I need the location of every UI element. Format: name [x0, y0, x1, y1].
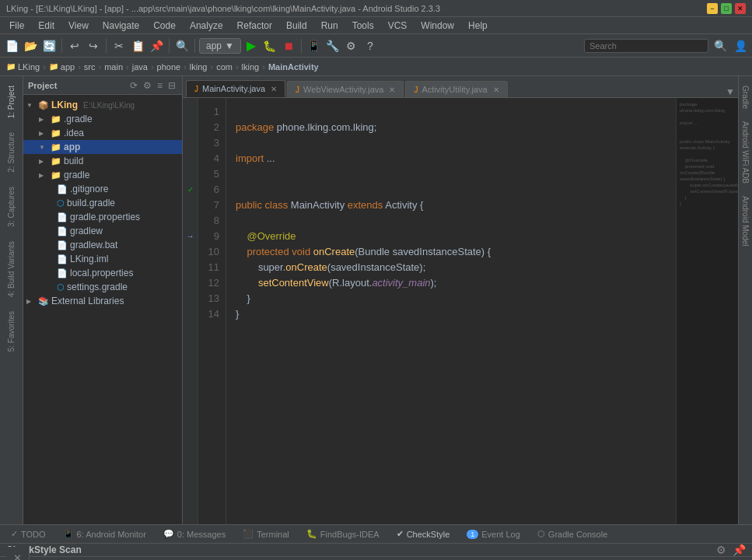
undo-button[interactable]: ↩ — [66, 37, 83, 54]
code-content[interactable]: package phone.lking.com.lking; import ..… — [226, 98, 676, 524]
tree-item-local-props[interactable]: ▶ 📄 local.properties — [23, 266, 182, 280]
project-gear-icon[interactable]: ⚙ — [142, 79, 153, 93]
bc-java[interactable]: java — [132, 62, 148, 72]
search-input[interactable] — [584, 39, 708, 53]
tab-messages[interactable]: 💬 0: Messages — [156, 527, 233, 541]
bottom-settings-icon[interactable]: ⚙ — [716, 544, 726, 556]
tree-item-gradle-props[interactable]: ▶ 📄 gradle.properties — [23, 210, 182, 224]
debug-button[interactable]: 🐛 — [261, 37, 278, 54]
tree-item-build[interactable]: ▶ 📁 build — [23, 154, 182, 168]
menu-item-refactor[interactable]: Refactor — [231, 19, 278, 33]
tree-item-idea[interactable]: ▶ 📁 .idea — [23, 126, 182, 140]
tab-gradle-console[interactable]: ⬡ Gradle Console — [530, 527, 615, 541]
tree-item-build-gradle[interactable]: ▶ ⬡ build.gradle — [23, 196, 182, 210]
bc-app[interactable]: 📁 app — [49, 62, 75, 72]
run-config-selector[interactable]: app ▼ — [199, 38, 241, 54]
menu-item-navigate[interactable]: Navigate — [96, 19, 145, 33]
menu-item-help[interactable]: Help — [462, 19, 494, 33]
gutter-line-10 — [184, 244, 196, 260]
maximize-button[interactable]: □ — [721, 3, 732, 14]
bc-phone[interactable]: phone — [157, 62, 181, 72]
sidebar-item-structure[interactable]: 2: Structure — [4, 126, 19, 179]
tab-android-monitor[interactable]: 📱 6: Android Monitor — [55, 527, 154, 541]
tab-event-log[interactable]: 1 Event Log — [459, 527, 528, 541]
gutter-line-2 — [184, 120, 196, 135]
menu-item-run[interactable]: Run — [315, 19, 345, 33]
right-tab-gradle[interactable]: Gradle — [739, 79, 752, 115]
tab-terminal[interactable]: ⬛ Terminal — [235, 527, 297, 541]
tree-label: .idea — [64, 128, 84, 138]
menu-item-code[interactable]: Code — [147, 19, 182, 33]
tab-close-2[interactable]: ✕ — [389, 86, 395, 94]
tree-item-gradle-dir[interactable]: ▶ 📁 .gradle — [23, 112, 182, 126]
new-file-button[interactable]: 📄 — [3, 37, 20, 54]
tab-findbugs[interactable]: 🐛 FindBugs-IDEA — [299, 527, 387, 541]
sdk-button[interactable]: 🔧 — [324, 37, 341, 54]
bc-main[interactable]: main — [104, 62, 123, 72]
tree-item-lking-iml[interactable]: ▶ 📄 LKing.iml — [23, 252, 182, 266]
bc-lking3[interactable]: lking — [242, 62, 260, 72]
bc-src[interactable]: src — [84, 62, 96, 72]
tree-item-root[interactable]: ▼ 📦 LKing E:\LKing\LKing — [23, 98, 182, 112]
sidebar-item-captures[interactable]: 3: Captures — [4, 180, 19, 233]
code-editor[interactable]: ✓ → 1 2 3 4 5 6 7 — [183, 98, 738, 524]
menu-item-analyze[interactable]: Analyze — [184, 19, 229, 33]
project-collapse-icon[interactable]: ⊟ — [166, 79, 177, 93]
run-button[interactable]: ▶ — [243, 37, 260, 54]
copy-button[interactable]: 📋 — [129, 37, 146, 54]
tab-close-3[interactable]: ✕ — [493, 86, 499, 94]
bc-lking[interactable]: 📁 LKing — [6, 62, 40, 72]
project-sync-icon[interactable]: ⟳ — [128, 79, 139, 93]
tab-close-1[interactable]: ✕ — [271, 85, 277, 93]
menu-item-edit[interactable]: Edit — [32, 19, 61, 33]
tab-list-icon[interactable]: ▼ — [726, 86, 735, 97]
tab-activityutility[interactable]: J ActivityUtility.java ✕ — [405, 81, 507, 97]
bc-mainactivity[interactable]: MainActivity — [268, 62, 319, 72]
right-tab-android-wifi[interactable]: Android WiFi ADB — [739, 115, 752, 190]
sync-button[interactable]: 🔄 — [40, 37, 58, 54]
tab-webviewactivity[interactable]: J WebViewActivity.java ✕ — [287, 81, 404, 97]
user-button[interactable]: 👤 — [732, 37, 749, 54]
bc-com[interactable]: com — [216, 62, 233, 72]
menu-item-vcs[interactable]: VCS — [382, 19, 414, 33]
menu-item-view[interactable]: View — [62, 19, 95, 33]
paste-button[interactable]: 📌 — [148, 37, 165, 54]
tree-item-settings-gradle[interactable]: ▶ ⬡ settings.gradle — [23, 280, 182, 294]
minimize-button[interactable]: − — [707, 3, 718, 14]
tree-item-app[interactable]: ▼ 📁 app — [23, 140, 182, 154]
settings-button[interactable]: ⚙ — [343, 37, 360, 54]
tree-item-gradlew[interactable]: ▶ 📄 gradlew — [23, 224, 182, 238]
close-button[interactable]: ✕ — [735, 3, 746, 14]
search-button[interactable]: 🔍 — [712, 37, 729, 54]
tree-item-gradle-folder[interactable]: ▶ 📁 gradle — [23, 168, 182, 182]
stop-button[interactable]: ⏹ — [280, 37, 297, 54]
tab-mainactivity[interactable]: J MainActivity.java ✕ — [186, 80, 285, 97]
tab-todo[interactable]: ✓ TODO — [3, 527, 54, 541]
menu-item-build[interactable]: Build — [280, 19, 313, 33]
bc-mainactivity-label: MainActivity — [268, 62, 319, 72]
bc-lking2[interactable]: lking — [190, 62, 208, 72]
bt-close-btn[interactable]: ✕ — [9, 550, 26, 561]
right-tab-android-model[interactable]: Android Model — [739, 190, 752, 252]
tree-item-gitignore[interactable]: ▶ 📄 .gitignore — [23, 182, 182, 196]
find-button[interactable]: 🔍 — [173, 37, 191, 54]
tab-checkstyle[interactable]: ✔ CheckStyle — [389, 527, 458, 541]
sidebar-item-build-variants[interactable]: 4: Build Variants — [4, 235, 19, 303]
project-sort-icon[interactable]: ≡ — [156, 79, 164, 93]
tree-item-ext-libs[interactable]: ▶ 📚 External Libraries — [23, 294, 182, 308]
tree-item-gradlew-bat[interactable]: ▶ 📄 gradlew.bat — [23, 238, 182, 252]
menu-item-window[interactable]: Window — [414, 19, 460, 33]
tab-controls: ▼ — [726, 86, 738, 97]
menu-item-tools[interactable]: Tools — [346, 19, 380, 33]
help-button[interactable]: ? — [362, 37, 379, 54]
open-button[interactable]: 📂 — [22, 37, 39, 54]
avd-button[interactable]: 📱 — [306, 37, 323, 54]
line-num-7: 7 — [201, 198, 219, 213]
project-icon: 📦 — [38, 100, 49, 110]
cut-button[interactable]: ✂ — [110, 37, 128, 54]
menu-item-file[interactable]: File — [3, 19, 30, 33]
sidebar-item-project[interactable]: 1: Project — [4, 79, 19, 124]
bottom-pin-icon[interactable]: 📌 — [733, 544, 746, 556]
sidebar-item-favorites[interactable]: 5: Favorites — [4, 305, 19, 358]
redo-button[interactable]: ↪ — [85, 37, 102, 54]
